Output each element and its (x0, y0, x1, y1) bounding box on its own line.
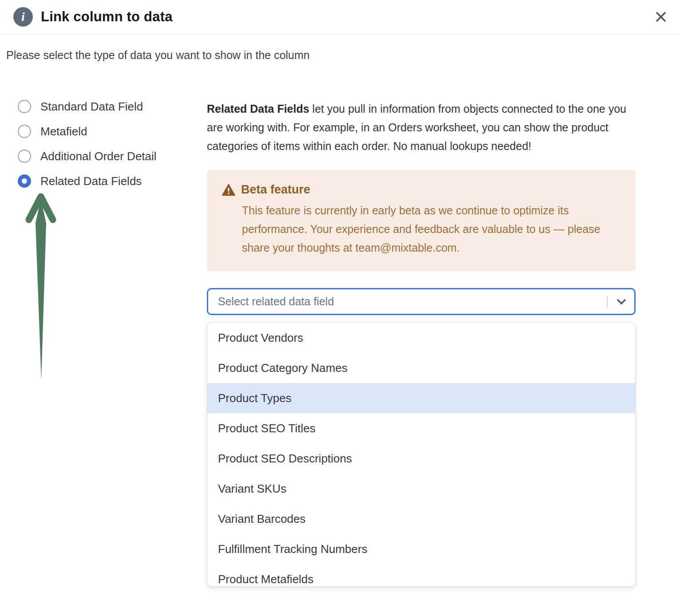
related-data-field-dropdown: Product Vendors Product Category Names P… (207, 322, 636, 587)
dropdown-item[interactable]: Product Vendors (207, 323, 635, 353)
related-data-field-select[interactable]: Select related data field (207, 288, 636, 315)
radio-circle[interactable] (18, 174, 31, 188)
select-placeholder: Select related data field (218, 295, 607, 308)
radio-label: Standard Data Field (40, 100, 143, 114)
select-divider (607, 296, 608, 308)
data-type-radio-group: Standard Data Field Metafield Additional… (18, 94, 157, 193)
radio-circle[interactable] (18, 125, 31, 138)
radio-option-metafield[interactable]: Metafield (18, 119, 157, 144)
dropdown-item[interactable]: Product SEO Descriptions (207, 443, 635, 474)
info-icon: i (13, 7, 33, 27)
dropdown-item[interactable]: Product Category Names (207, 353, 635, 383)
beta-title: Beta feature (241, 183, 310, 197)
modal-subtitle: Please select the type of data you want … (6, 49, 310, 62)
modal-header: i Link column to data (0, 0, 680, 34)
chevron-down-icon[interactable] (615, 296, 628, 308)
dropdown-item[interactable]: Fulfillment Tracking Numbers (207, 534, 635, 564)
description-lead: Related Data Fields (207, 103, 309, 115)
dropdown-item[interactable]: Variant SKUs (207, 474, 635, 504)
dropdown-item[interactable]: Variant Barcodes (207, 504, 635, 534)
warning-triangle-icon (222, 184, 235, 196)
radio-circle[interactable] (18, 150, 31, 163)
radio-option-related-data-fields[interactable]: Related Data Fields (18, 169, 157, 193)
close-button[interactable] (653, 9, 668, 24)
close-icon (654, 10, 668, 24)
dropdown-item[interactable]: Product Metafields (207, 564, 635, 587)
radio-option-additional-order-detail[interactable]: Additional Order Detail (18, 144, 157, 169)
dropdown-item[interactable]: Product SEO Titles (207, 413, 635, 443)
radio-label: Metafield (40, 125, 87, 138)
radio-label: Additional Order Detail (40, 150, 157, 163)
radio-circle[interactable] (18, 100, 31, 113)
dropdown-item[interactable]: Product Types (207, 383, 635, 413)
right-panel: Related Data Fields let you pull in info… (207, 99, 636, 587)
beta-body-text: This feature is currently in early beta … (242, 201, 621, 257)
related-data-fields-description: Related Data Fields let you pull in info… (207, 99, 636, 155)
annotation-arrow-up-icon (23, 192, 59, 382)
radio-option-standard-data-field[interactable]: Standard Data Field (18, 94, 157, 119)
radio-label: Related Data Fields (40, 174, 142, 188)
modal-title: Link column to data (41, 9, 173, 25)
beta-feature-notice: Beta feature This feature is currently i… (207, 170, 636, 271)
